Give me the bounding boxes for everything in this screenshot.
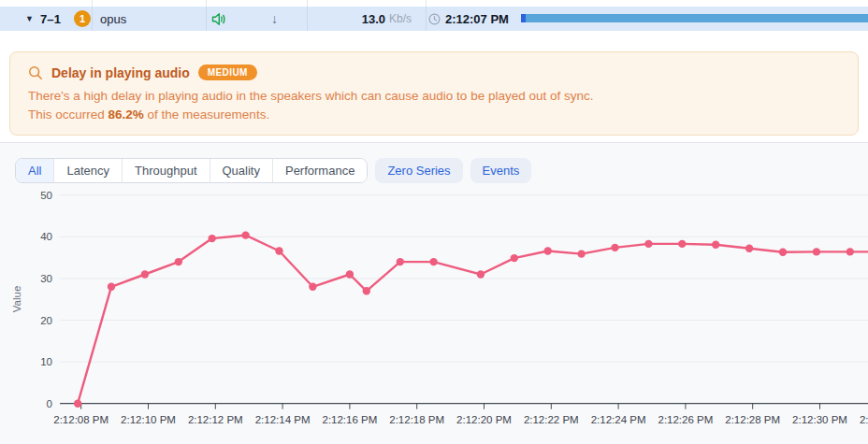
x-tick-label: 2:12:28 PM — [725, 414, 780, 425]
x-tick-label: 2:12:08 PM — [53, 414, 108, 425]
x-tick-label: 2:12:10 PM — [121, 414, 176, 425]
y-tick-label: 20 — [40, 315, 52, 326]
severity-badge: MEDIUM — [198, 64, 257, 80]
y-tick-label: 10 — [40, 356, 52, 367]
events-button[interactable]: Events — [470, 158, 532, 183]
data-point[interactable] — [241, 231, 249, 238]
data-point[interactable] — [511, 254, 518, 262]
data-point[interactable] — [577, 250, 585, 257]
data-point[interactable] — [363, 287, 370, 294]
data-point[interactable] — [141, 270, 149, 278]
data-point[interactable] — [175, 258, 182, 265]
alert-description: There's a high delay in playing audio in… — [28, 89, 840, 103]
stream-id: 7–1 — [40, 12, 61, 26]
table-column-borders — [0, 0, 868, 7]
codec-label: opus — [100, 7, 126, 31]
timestamp: 2:12:07 PM — [445, 12, 509, 26]
series-filter-group: All Latency Throughput Quality Performan… — [15, 158, 368, 183]
data-point[interactable] — [544, 247, 552, 254]
data-point[interactable] — [209, 235, 216, 242]
column-divider — [307, 7, 308, 31]
data-point[interactable] — [108, 283, 115, 291]
collapse-caret-icon[interactable]: ▼ — [25, 14, 34, 23]
x-tick-label: 2:12:20 PM — [456, 414, 512, 425]
progress-main-segment — [526, 14, 868, 22]
clock-icon — [428, 13, 441, 25]
data-point[interactable] — [779, 249, 787, 256]
data-point[interactable] — [74, 400, 81, 408]
x-tick-label: 2:12:18 PM — [389, 414, 444, 425]
column-divider — [307, 0, 308, 7]
tab-performance[interactable]: Performance — [272, 159, 367, 182]
data-point[interactable] — [678, 240, 686, 248]
y-tick-label: 30 — [40, 273, 52, 284]
data-point[interactable] — [477, 270, 485, 278]
zero-series-button[interactable]: Zero Series — [375, 158, 462, 183]
data-point[interactable] — [275, 247, 282, 254]
stream-stats-panel: ▼ 7–1 1 opus ↓ 13.0Kb/s 2:12:07 PM — [0, 0, 868, 444]
bitrate-cell: 13.0Kb/s — [309, 7, 412, 31]
timestamp-cell: 2:12:07 PM — [428, 7, 509, 31]
x-tick-label: 2:12:30 PM — [792, 414, 847, 425]
x-tick-label: 2:12:16 PM — [322, 414, 377, 425]
column-divider — [206, 0, 207, 7]
y-tick-label: 0 — [47, 398, 52, 409]
series-line — [78, 236, 868, 404]
x-tick-label: 2:12:26 PM — [658, 414, 713, 425]
x-tick-label: 2:12:32 PM — [860, 414, 868, 425]
occurrence-percent: 86.2% — [108, 107, 144, 122]
chart-filter-tabs: All Latency Throughput Quality Performan… — [15, 158, 531, 183]
data-point[interactable] — [309, 283, 316, 291]
column-divider — [426, 7, 427, 31]
alert-occurrence: This occurred 86.2% of the measurements. — [28, 107, 840, 122]
data-point[interactable] — [745, 245, 753, 252]
data-point[interactable] — [397, 258, 404, 265]
issue-count-badge: 1 — [74, 10, 91, 27]
tab-quality[interactable]: Quality — [210, 159, 272, 182]
stream-progress-bar[interactable] — [521, 14, 868, 22]
data-point[interactable] — [644, 240, 652, 248]
inbound-arrow-icon: ↓ — [271, 7, 278, 31]
column-divider — [206, 7, 207, 31]
data-point[interactable] — [346, 270, 354, 278]
magnifier-icon — [28, 65, 43, 80]
data-point[interactable] — [813, 248, 820, 255]
stream-row[interactable]: ▼ 7–1 1 opus ↓ 13.0Kb/s 2:12:07 PM — [0, 7, 868, 31]
bitrate-value: 13.0 — [362, 12, 385, 26]
y-tick-label: 40 — [40, 231, 52, 242]
tab-throughput[interactable]: Throughput — [122, 159, 210, 182]
x-tick-label: 2:12:22 PM — [524, 414, 579, 425]
x-tick-label: 2:12:24 PM — [591, 414, 646, 425]
x-tick-label: 2:12:12 PM — [188, 414, 243, 425]
y-axis-title: Value — [11, 286, 22, 313]
data-point[interactable] — [712, 241, 719, 249]
alert-title: Delay in playing audio — [51, 65, 190, 80]
stream-id-cell[interactable]: ▼ 7–1 — [25, 7, 61, 31]
data-point[interactable] — [429, 258, 437, 265]
data-point[interactable] — [846, 248, 854, 255]
x-tick-label: 2:12:14 PM — [255, 414, 311, 425]
column-divider — [426, 0, 427, 7]
data-point[interactable] — [611, 244, 618, 251]
y-tick-label: 50 — [40, 190, 52, 201]
speaker-icon — [211, 7, 227, 31]
value-line-chart[interactable]: 010203040502:12:08 PM2:12:10 PM2:12:12 P… — [0, 183, 868, 444]
column-divider — [92, 7, 93, 31]
tab-all[interactable]: All — [16, 159, 53, 182]
bitrate-unit: Kb/s — [389, 12, 412, 25]
column-divider — [92, 0, 93, 7]
audio-delay-alert: Delay in playing audio MEDIUM There's a … — [9, 51, 859, 136]
tab-latency[interactable]: Latency — [53, 159, 122, 182]
